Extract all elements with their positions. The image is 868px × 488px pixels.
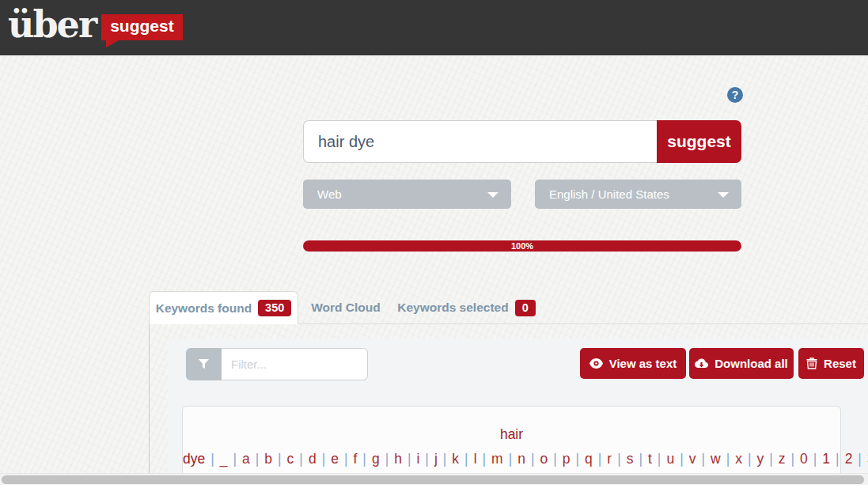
suggest-letter-link[interactable]: n [517,451,525,467]
separator: | [726,451,730,467]
source-dropdown[interactable]: Web [303,180,511,209]
separator: | [233,451,237,467]
suggest-letter-link[interactable]: m [491,451,503,467]
button-label: Reset [824,357,856,370]
separator: | [278,451,282,467]
suggest-letter-link[interactable]: r [607,451,612,467]
horizontal-scrollbar-track[interactable] [0,473,868,485]
separator: | [385,451,389,467]
horizontal-scrollbar-thumb[interactable] [2,475,864,484]
filter-input[interactable] [222,348,368,380]
suggest-letter-link[interactable]: q [585,451,593,467]
suggest-letter-link[interactable]: x [735,451,742,467]
separator: | [299,451,303,467]
suggest-letter-link[interactable]: v [689,451,696,467]
separator: | [483,451,487,467]
separator: | [858,451,862,467]
reset-button[interactable]: Reset [798,348,864,379]
tab-label: Keywords found [156,301,252,316]
tab-label: Word Cloud [311,301,381,315]
separator: | [407,451,411,467]
download-all-button[interactable]: Download all [689,348,794,379]
suggest-letter-link[interactable]: b [264,451,272,467]
suggest-letter-link[interactable]: d [309,451,316,467]
suggest-letter-link[interactable]: 1 [822,451,830,467]
keywords-found-count-badge: 350 [258,300,291,316]
suggest-letter-link[interactable]: u [666,451,674,467]
separator: | [425,451,429,467]
filter-group [186,348,368,380]
separator: | [362,451,366,467]
button-label: View as text [609,357,677,370]
separator: | [256,451,260,467]
separator: | [553,451,557,467]
separator: | [509,451,513,467]
suggest-letter-link[interactable]: 0 [800,451,808,467]
separator: | [769,451,773,467]
suggest-letter-link[interactable]: h [394,451,402,467]
suggest-letter-link[interactable]: o [540,451,548,467]
separator: | [701,451,705,467]
ubersuggest-logo[interactable]: übersuggest [8,3,183,46]
separator: | [836,451,840,467]
suggest-links-line1: hair dye|_|a|b|c|d|e|f|g|h|i|j|k|l|m|n|o… [183,422,840,471]
chevron-down-icon [718,192,729,198]
separator: | [791,451,795,467]
separator: | [617,451,621,467]
suggest-letter-link[interactable]: 2 [845,451,853,467]
tab-keywords-selected[interactable]: Keywords selected 0 [393,291,540,324]
button-label: Download all [714,357,788,370]
suggest-letter-link[interactable]: k [452,451,459,467]
separator: | [210,451,214,467]
tab-keywords-found[interactable]: Keywords found 350 [149,291,298,324]
logo-text: über [8,3,96,46]
separator: | [575,451,579,467]
separator: | [658,451,661,467]
separator: | [464,451,468,467]
suggest-letter-link[interactable]: g [372,451,380,467]
separator: | [344,451,348,467]
suggest-letter-link[interactable]: p [563,451,570,467]
view-as-text-button[interactable]: View as text [580,348,686,379]
filter-funnel-icon [186,348,222,380]
suggest-letter-link[interactable]: w [711,451,721,467]
chevron-down-icon [487,192,498,198]
suggest-letter-link[interactable]: a [242,451,250,467]
suggest-letter-link[interactable]: t [648,451,652,467]
keyword-search-input[interactable] [303,120,657,163]
eye-icon [589,358,603,369]
cloud-download-icon [695,358,708,369]
suggest-letter-link[interactable]: f [353,451,357,467]
separator: | [813,451,817,467]
suggest-letter-link[interactable]: z [779,451,786,467]
separator: | [748,451,752,467]
suggest-letter-link[interactable]: l [474,451,477,467]
suggest-letter-link[interactable]: s [627,451,634,467]
logo-suggest-badge: suggest [101,14,183,40]
suggest-letter-link[interactable]: c [287,451,294,467]
suggest-letter-link[interactable]: _ [220,451,228,467]
separator: | [443,451,447,467]
separator: | [322,451,326,467]
separator: | [531,451,535,467]
trash-icon [806,357,817,369]
source-dropdown-value: Web [317,187,342,201]
tab-label: Keywords selected [397,301,508,315]
suggest-letter-link[interactable]: j [434,451,438,467]
suggest-button[interactable]: suggest [657,120,741,163]
top-navbar: übersuggest [0,0,868,55]
separator: | [598,451,602,467]
tab-word-cloud[interactable]: Word Cloud [298,291,393,324]
suggest-letter-link[interactable]: i [416,451,419,467]
bottom-strip [0,485,868,488]
separator: | [639,451,642,467]
suggest-letter-link[interactable]: e [331,451,339,467]
locale-dropdown-value: English / United States [549,187,669,201]
locale-dropdown[interactable]: English / United States [535,180,741,209]
separator: | [680,451,684,467]
progress-bar: 100% [303,240,741,252]
suggest-letter-link[interactable]: y [756,451,764,467]
help-icon[interactable]: ? [727,87,743,103]
progress-percent-label: 100% [303,240,741,252]
keywords-selected-count-badge: 0 [515,300,536,316]
